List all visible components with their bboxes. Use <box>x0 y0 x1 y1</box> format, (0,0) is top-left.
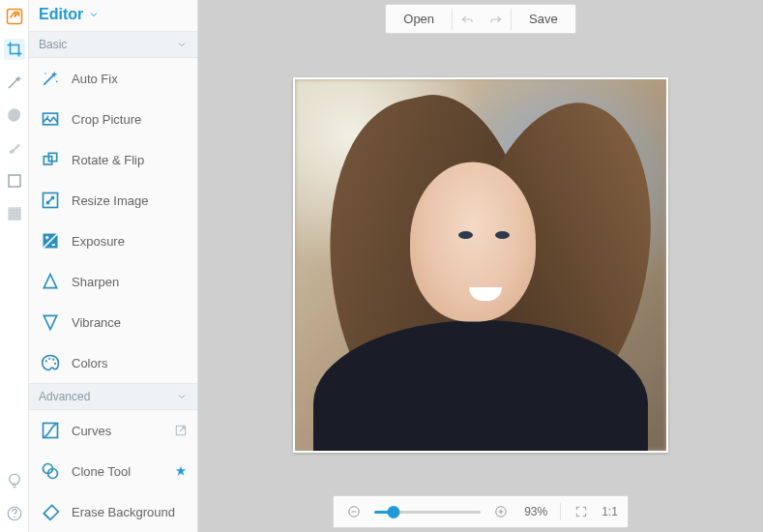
svg-point-16 <box>54 363 56 365</box>
tool-label: Clone Tool <box>72 464 131 479</box>
svg-point-8 <box>46 115 48 117</box>
tool-erase-background[interactable]: Erase Background <box>29 491 197 532</box>
exposure-icon <box>41 231 60 251</box>
left-icon-bar <box>0 0 29 532</box>
tool-crop-picture[interactable]: Crop Picture <box>29 99 197 139</box>
svg-point-6 <box>56 81 58 83</box>
tool-label: Rotate & Flip <box>72 153 144 167</box>
zoom-value: 93% <box>521 505 550 518</box>
tool-label: Resize Image <box>72 193 148 208</box>
image-viewport[interactable] <box>293 34 668 495</box>
zoom-slider[interactable] <box>374 504 481 519</box>
tool-label: Erase Background <box>72 505 175 519</box>
crop-icon[interactable] <box>4 39 25 60</box>
edited-photo <box>293 77 668 453</box>
texture-icon[interactable] <box>4 203 25 224</box>
zoom-toolbar: 93% 1:1 <box>333 495 629 528</box>
section-label: Advanced <box>39 390 90 403</box>
blob-icon[interactable] <box>4 104 25 126</box>
svg-point-4 <box>14 517 15 518</box>
tool-auto-fix[interactable]: Auto Fix <box>29 58 197 99</box>
basic-tool-list: Auto Fix Crop Picture Rotate & Flip Resi… <box>29 58 197 383</box>
tool-label: Curves <box>72 424 111 438</box>
open-button[interactable]: Open <box>386 5 452 33</box>
star-icon <box>174 464 188 478</box>
svg-point-5 <box>44 73 46 74</box>
wand-icon[interactable] <box>4 72 25 93</box>
sharpen-icon <box>41 272 60 291</box>
tool-vibrance[interactable]: Vibrance <box>29 302 197 342</box>
zoom-in-button[interactable] <box>490 501 512 522</box>
tool-resize-image[interactable]: Resize Image <box>29 180 197 221</box>
tool-sharpen[interactable]: Sharpen <box>29 261 197 302</box>
vibrance-icon <box>41 312 60 332</box>
help-icon[interactable] <box>4 503 25 524</box>
save-button[interactable]: Save <box>512 5 575 33</box>
tool-label: Colors <box>72 356 108 370</box>
chevron-down-icon <box>88 9 100 20</box>
undo-button[interactable] <box>453 7 482 32</box>
actual-size-button[interactable]: 1:1 <box>602 501 618 522</box>
curves-icon <box>41 421 60 440</box>
frame-icon[interactable] <box>4 170 25 192</box>
tool-label: Crop Picture <box>72 112 141 127</box>
tool-exposure[interactable]: Exposure <box>29 221 197 261</box>
chevron-down-icon <box>176 39 188 50</box>
wand-icon <box>41 69 60 88</box>
chevron-down-icon <box>176 391 188 402</box>
brush-icon[interactable] <box>4 137 25 159</box>
tool-rotate-flip[interactable]: Rotate & Flip <box>29 139 197 180</box>
svg-point-14 <box>48 358 50 360</box>
advanced-tool-list: Curves Clone Tool Erase Background <box>29 410 197 532</box>
svg-point-13 <box>45 360 47 362</box>
tool-label: Auto Fix <box>72 72 118 86</box>
editor-title: Editor <box>39 6 83 23</box>
slider-thumb[interactable] <box>387 506 399 518</box>
tool-curves[interactable]: Curves <box>29 410 197 451</box>
tool-clone[interactable]: Clone Tool <box>29 451 197 491</box>
divider <box>560 503 561 520</box>
tools-panel: Editor Basic Auto Fix Crop Picture Rotat… <box>29 0 198 532</box>
logo-icon[interactable] <box>4 6 25 27</box>
bulb-icon[interactable] <box>4 470 25 491</box>
clone-icon <box>41 461 60 481</box>
fit-screen-button[interactable] <box>571 501 592 522</box>
section-label: Basic <box>39 38 67 51</box>
svg-point-15 <box>52 359 54 361</box>
editor-dropdown[interactable]: Editor <box>29 0 197 31</box>
tool-label: Vibrance <box>72 315 121 330</box>
svg-rect-2 <box>8 207 21 221</box>
resize-icon <box>41 191 60 210</box>
section-basic-header[interactable]: Basic <box>29 31 197 58</box>
section-advanced-header[interactable]: Advanced <box>29 383 197 410</box>
zoom-out-button[interactable] <box>343 501 365 522</box>
top-toolbar: Open Save <box>385 4 575 34</box>
svg-rect-1 <box>9 175 20 187</box>
crop-picture-icon <box>41 109 60 129</box>
eraser-icon <box>41 502 60 521</box>
redo-button[interactable] <box>482 7 511 32</box>
tool-colors[interactable]: Colors <box>29 342 197 383</box>
tool-label: Exposure <box>72 234 125 249</box>
canvas-area: Open Save 93% 1:1 <box>198 0 763 532</box>
rotate-icon <box>41 150 60 169</box>
popout-icon <box>174 424 188 437</box>
palette-icon <box>41 353 60 372</box>
tool-label: Sharpen <box>72 275 119 289</box>
